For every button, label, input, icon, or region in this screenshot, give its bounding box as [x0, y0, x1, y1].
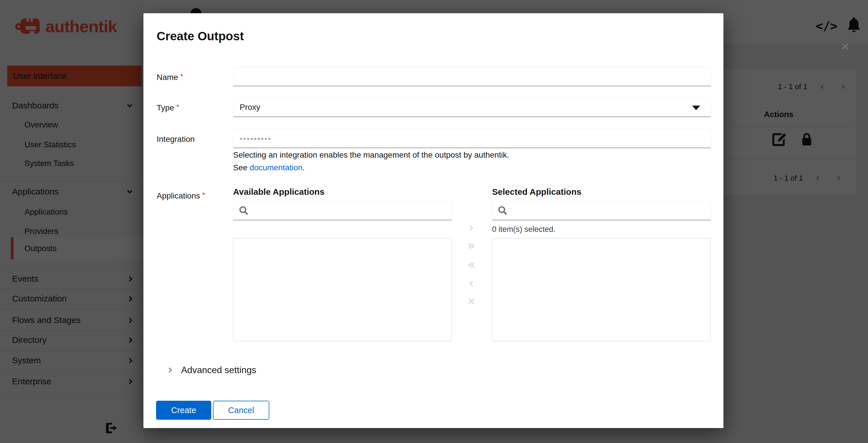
add-selected-icon[interactable]: › [469, 221, 474, 234]
search-icon [498, 205, 508, 216]
available-search [233, 201, 452, 220]
available-search-input[interactable] [253, 206, 452, 215]
close-icon[interactable]: ✕ [840, 41, 850, 52]
integration-help-see: See documentation. [233, 163, 305, 172]
screen: authentik User interface Dashboards Over… [0, 0, 868, 443]
cancel-button[interactable]: Cancel [213, 401, 269, 420]
select-caret-icon [692, 106, 700, 110]
modal-title: Create Outpost [157, 29, 244, 43]
integration-help-text: Selecting an integration enables the man… [233, 150, 509, 160]
type-select[interactable]: Proxy [233, 98, 711, 117]
name-label: Name* [157, 72, 183, 82]
selected-search [492, 201, 711, 220]
chevron-right-icon [167, 367, 172, 373]
required-marker: * [181, 72, 183, 80]
selected-search-input[interactable] [512, 206, 711, 215]
advanced-settings-label: Advanced settings [181, 365, 256, 375]
available-applications-list[interactable] [233, 238, 452, 341]
type-label: Type* [157, 103, 179, 113]
applications-label: Applications* [157, 191, 205, 201]
search-icon [239, 205, 249, 216]
remove-selected-icon[interactable]: ‹ [469, 277, 474, 289]
integration-select[interactable]: --------- [233, 129, 711, 148]
add-all-icon[interactable]: » [468, 239, 475, 252]
required-marker: * [202, 191, 205, 199]
advanced-settings-toggle[interactable]: Advanced settings [167, 365, 256, 375]
integration-label: Integration [157, 135, 194, 144]
name-input[interactable] [233, 67, 711, 86]
create-button[interactable]: Create [156, 401, 211, 420]
required-marker: * [177, 103, 179, 111]
selected-applications-list[interactable] [492, 238, 711, 341]
documentation-link[interactable]: documentation [250, 163, 303, 172]
create-outpost-modal: Create Outpost ✕ Name* Type* Proxy Integ… [144, 13, 723, 428]
available-applications-title: Available Applications [233, 187, 324, 197]
remove-all-icon[interactable]: « [468, 258, 475, 271]
selected-count: 0 item(s) selected. [492, 225, 556, 234]
selected-applications-title: Selected Applications [492, 187, 582, 197]
clear-selection-icon[interactable]: ✕ [467, 297, 476, 306]
